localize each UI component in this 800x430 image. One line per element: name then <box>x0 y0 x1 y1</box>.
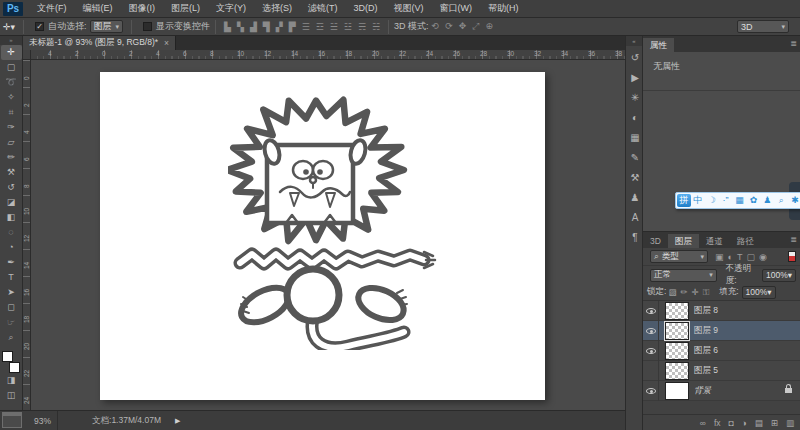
history-brush-tool[interactable]: ↺ <box>1 180 22 195</box>
new-adjustment-layer-icon[interactable]: ◑ <box>742 418 747 428</box>
tab-图层[interactable]: 图层 <box>668 234 699 248</box>
panel-menu-icon[interactable]: ≣ <box>790 235 797 244</box>
show-transform-checkbox[interactable] <box>143 22 152 31</box>
layer-filter-toggle[interactable] <box>788 251 796 262</box>
styles-panel-icon[interactable]: ▦ <box>626 132 644 143</box>
visibility-toggle[interactable] <box>643 341 659 361</box>
new-layer-icon[interactable]: ⊞ <box>771 418 778 428</box>
menu-item[interactable]: 图层(L) <box>163 0 208 17</box>
layer-thumbnail[interactable] <box>665 382 689 400</box>
distribute-right-icon[interactable]: ☵ <box>369 22 383 32</box>
layer-thumbnail[interactable] <box>665 362 689 380</box>
character-panel-icon[interactable]: A <box>626 212 644 223</box>
filter-adjustment-layers-icon[interactable]: ◐ <box>728 252 733 262</box>
blur-tool[interactable]: ◌ <box>1 225 22 240</box>
link-layers-icon[interactable]: ∞ <box>700 418 706 428</box>
layer-row[interactable]: 背景 <box>643 381 800 401</box>
shape-tool[interactable]: ◻ <box>1 300 22 315</box>
lasso-tool[interactable]: ➰ <box>1 75 22 90</box>
3d-roll-icon[interactable]: ⟳ <box>442 21 456 32</box>
new-group-icon[interactable]: ▤ <box>755 418 763 428</box>
brush-tool[interactable]: ✏ <box>1 150 22 165</box>
align-right-icon[interactable]: ▟ <box>247 22 260 32</box>
tab-3D[interactable]: 3D <box>643 234 668 248</box>
ime-search-icon[interactable]: ⌕ <box>774 193 788 208</box>
eyedropper-tool[interactable]: ✑ <box>1 120 22 135</box>
distribute-top-icon[interactable]: ☰ <box>299 22 313 32</box>
ime-logo-icon[interactable]: 拼 <box>677 194 691 207</box>
path-selection-tool[interactable]: ➤ <box>1 285 22 300</box>
visibility-toggle[interactable] <box>643 361 659 381</box>
marquee-tool[interactable]: ▢ <box>1 60 22 75</box>
distribute-v-center-icon[interactable]: ☲ <box>313 22 327 32</box>
layer-row[interactable]: 图层 6 <box>643 341 800 361</box>
visibility-toggle[interactable] <box>643 321 659 341</box>
move-tool[interactable]: ✛ <box>1 45 22 60</box>
menu-item[interactable]: 选择(S) <box>254 0 300 17</box>
filter-pixel-layers-icon[interactable]: ▣ <box>715 252 724 262</box>
visibility-toggle[interactable] <box>643 381 659 401</box>
layer-thumbnail[interactable] <box>665 342 689 360</box>
crop-tool[interactable]: ⌗ <box>1 105 22 120</box>
menu-item[interactable]: 编辑(E) <box>75 0 121 17</box>
align-v-center-icon[interactable]: ▞ <box>273 22 286 32</box>
panel-menu-icon[interactable]: ≣ <box>790 39 797 48</box>
paragraph-panel-icon[interactable]: ¶ <box>626 232 644 243</box>
ime-cn-en-toggle-icon[interactable]: 中 <box>691 193 705 208</box>
align-top-icon[interactable]: ▜ <box>260 22 273 32</box>
visibility-toggle[interactable] <box>643 301 659 321</box>
layer-row[interactable]: 图层 8 <box>643 301 800 321</box>
close-icon[interactable]: × <box>164 38 169 48</box>
filter-shape-layers-icon[interactable]: ▢ <box>746 252 755 262</box>
type-tool[interactable]: T <box>1 270 22 285</box>
delete-layer-icon[interactable]: ▥ <box>786 418 794 428</box>
color-swatches[interactable] <box>2 351 20 373</box>
menu-item[interactable]: 文字(Y) <box>208 0 254 17</box>
collapse-panel-icon[interactable]: » <box>0 36 22 45</box>
add-layer-mask-icon[interactable]: ◘ <box>729 418 734 428</box>
tab-通道[interactable]: 通道 <box>699 234 730 248</box>
pen-tool[interactable]: ✒ <box>1 255 22 270</box>
3d-drag-icon[interactable]: ✥ <box>456 21 470 32</box>
clone-stamp-tool[interactable]: ⚒ <box>1 165 22 180</box>
menu-item[interactable]: 视图(V) <box>386 0 432 17</box>
menu-item[interactable]: 窗口(W) <box>432 0 481 17</box>
lock-position-icon[interactable]: ✛ <box>692 287 699 298</box>
zoom-tool[interactable]: ⌕ <box>1 330 22 345</box>
eraser-tool[interactable]: ◪ <box>1 195 22 210</box>
layer-row[interactable]: 图层 9 <box>643 321 800 341</box>
lock-pixels-icon[interactable]: ✏ <box>680 287 687 298</box>
align-h-center-icon[interactable]: ▚ <box>234 22 247 32</box>
ime-softkeyboard-icon[interactable]: ▦ <box>733 193 747 208</box>
ime-fullwidth-toggle-icon[interactable]: ☽ <box>705 193 719 208</box>
menu-item[interactable]: 3D(D) <box>346 0 386 17</box>
quick-selection-tool[interactable]: ✧ <box>1 90 22 105</box>
blend-mode-dropdown[interactable]: 正常 ▾ <box>650 269 717 282</box>
tab-路径[interactable]: 路径 <box>730 234 761 248</box>
auto-select-dropdown[interactable]: 图层 ▾ <box>90 20 124 33</box>
brush-panel-icon[interactable]: ✎ <box>626 152 644 163</box>
layer-thumbnail[interactable] <box>665 302 689 320</box>
distribute-h-center-icon[interactable]: ☴ <box>355 22 369 32</box>
menu-item[interactable]: 图像(I) <box>121 0 164 17</box>
clone-source-panel-icon[interactable]: ⚒ <box>626 172 644 183</box>
layer-style-icon[interactable]: fx <box>714 418 721 428</box>
ime-skin-icon[interactable]: ✿ <box>746 193 760 208</box>
opacity-field[interactable]: 100% ▾ <box>762 269 796 282</box>
layer-row[interactable]: 图层 5 <box>643 361 800 381</box>
layer-thumbnail[interactable] <box>665 322 689 340</box>
menu-item[interactable]: 文件(F) <box>29 0 75 17</box>
minimized-window-icon[interactable] <box>2 412 22 428</box>
align-left-icon[interactable]: ▙ <box>221 22 234 32</box>
foreground-color-swatch[interactable] <box>2 351 13 362</box>
canvas-document[interactable] <box>100 72 545 400</box>
document-tab[interactable]: 未标题-1 @ 93% (图层 9, RGB/8)* × <box>23 36 176 50</box>
filter-type-layers-icon[interactable]: T <box>737 252 743 262</box>
adjustments-panel-icon[interactable]: ✳ <box>626 92 644 103</box>
3d-slide-icon[interactable]: ⤢ <box>469 21 482 32</box>
zoom-level-field[interactable]: 93% <box>28 411 58 430</box>
ime-punctuation-icon[interactable]: ·” <box>719 193 733 208</box>
align-bottom-icon[interactable]: ▛ <box>286 22 299 32</box>
auto-select-checkbox[interactable]: ✓ <box>35 22 44 31</box>
info-panel-icon[interactable]: ♟ <box>626 192 644 203</box>
